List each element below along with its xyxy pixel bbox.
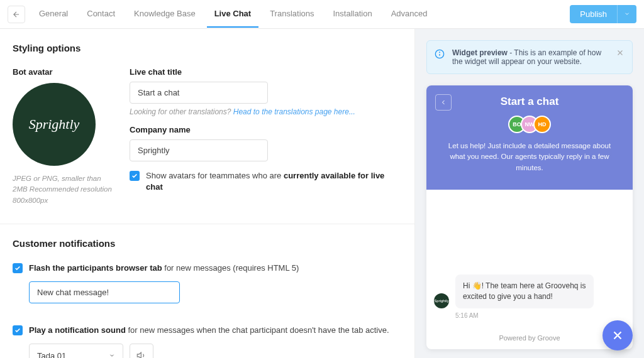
live-chat-title-input[interactable] [130,82,268,104]
preview-panel: Widget preview - This is an example of h… [415,29,644,358]
flash-message-input[interactable] [29,281,180,303]
chevron-down-icon [109,352,115,358]
title-label: Live chat title [130,67,402,77]
tab-general[interactable]: General [31,1,75,28]
volume-icon [136,350,147,358]
show-avatars-label: Show avatars for teammates who are curre… [146,170,402,193]
widget-description: Let us help! Just include a detailed mes… [436,141,623,173]
flash-tab-label: Flash the participants browser tab for n… [29,263,299,274]
avatar-hint: JPEG or PNG, smaller than 2MB Recommende… [13,173,112,206]
styling-heading: Styling options [13,43,402,53]
info-icon [435,49,445,61]
tab-installation[interactable]: Installation [325,1,379,28]
tab-advanced[interactable]: Advanced [384,1,435,28]
widget-preview: Start a chat BO NW HD Let us help! Just … [426,85,633,349]
company-name-input[interactable] [130,139,268,161]
tab-translations[interactable]: Translations [262,1,321,28]
settings-panel: Styling options Bot avatar Sprightly JPE… [0,29,415,358]
translations-hint: Looking for other translations? Head to … [130,107,402,116]
message-bubble: Hi 👋! The team here at Groovehq is excit… [455,274,594,308]
message-timestamp: 5:16 AM [455,312,625,319]
publish-dropdown[interactable] [617,5,636,23]
bot-avatar[interactable]: Sprightly [13,83,96,166]
widget-title: Start a chat [436,95,623,108]
play-sound-button[interactable] [130,344,153,358]
widget-close-fab[interactable] [602,320,633,350]
agent-avatar: HD [533,116,551,133]
play-sound-label: Play a notification sound for new messag… [29,325,389,336]
widget-back-button[interactable] [435,94,452,111]
sound-select[interactable]: Tada 01 [29,344,123,358]
nav-tabs: GeneralContactKnowledge BaseLive ChatTra… [31,1,435,28]
tab-live-chat[interactable]: Live Chat [207,1,259,28]
notifications-heading: Customer notifications [13,238,402,249]
tab-knowledge-base[interactable]: Knowledge Base [126,1,203,28]
agent-avatars: BO NW HD [436,116,623,133]
close-banner-button[interactable] [616,48,625,59]
close-icon [611,328,625,342]
flash-tab-checkbox[interactable] [13,263,23,273]
svg-point-2 [440,52,440,53]
translations-link[interactable]: Head to the translations page here... [233,107,355,116]
tab-contact[interactable]: Contact [79,1,123,28]
avatar-label: Bot avatar [13,67,112,77]
company-label: Company name [130,125,402,134]
preview-banner: Widget preview - This is an example of h… [426,40,633,74]
show-avatars-checkbox[interactable] [130,171,140,181]
back-button[interactable] [8,6,25,23]
play-sound-checkbox[interactable] [13,325,23,335]
publish-button[interactable]: Publish [570,5,617,23]
widget-footer: Powered by Groove [426,327,633,349]
message-avatar: Sprightly [434,293,449,308]
